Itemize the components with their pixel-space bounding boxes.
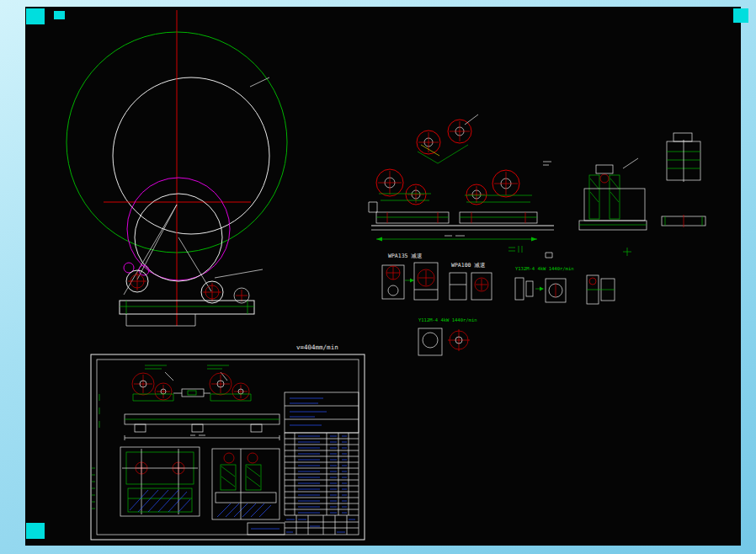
- reducer-100-label: WPA100 减速: [451, 262, 485, 269]
- motor-132-label: Y132M-4 4kW 1440r/min: [515, 266, 574, 271]
- drawing-canvas: WPA135 减速 WPA100 减速 Y132M-4 4kW 1440r/mi…: [0, 0, 756, 554]
- cad-preview-window: WPA135 减速 WPA100 减速 Y132M-4 4kW 1440r/mi…: [0, 0, 756, 554]
- reducer-135-label: WPA135 减速: [388, 253, 422, 259]
- corner-mark-top-left: [26, 8, 45, 24]
- corner-mark-top-left-2: [54, 11, 65, 19]
- speed-label: v=404mm/min: [296, 344, 338, 351]
- corner-mark-bottom-left: [26, 523, 45, 539]
- corner-mark-top-right: [733, 8, 748, 23]
- motor-112-label: Y112M-4 4kW 1440r/min: [418, 317, 477, 322]
